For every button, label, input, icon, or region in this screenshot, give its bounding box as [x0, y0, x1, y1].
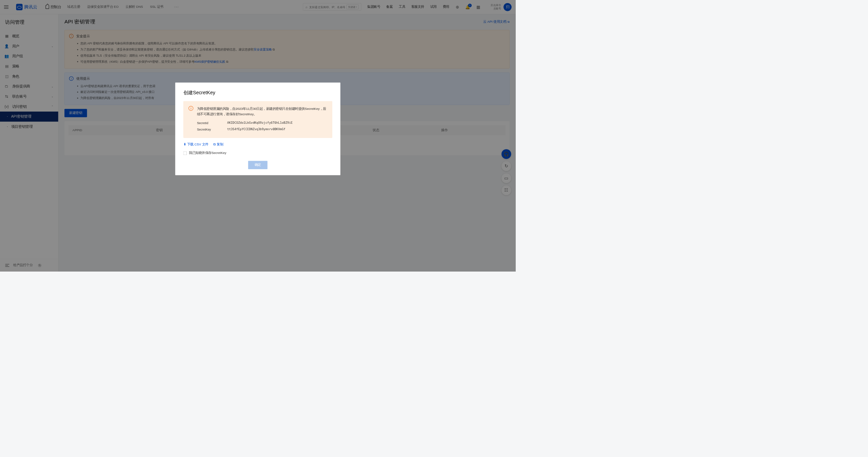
secret-id-label: SecretId — [197, 120, 227, 125]
copy-label: 复制 — [217, 142, 223, 146]
download-icon: ⬇ — [183, 143, 186, 146]
modal-warning-text: 为降低密钥泄漏的风险，自2023年11月30日起，新建的密钥只在创建时提供Sec… — [197, 106, 327, 117]
download-csv-button[interactable]: ⬇下载 CSV 文件 — [183, 142, 209, 146]
modal-footer: 确定 — [183, 161, 333, 169]
secret-key-value: tt3S4fEpYCCEDNZvq3b9ymnrv0BKVmGf — [227, 127, 285, 132]
download-label: 下载 CSV 文件 — [187, 142, 209, 146]
key-table: SecretId AKIDCOZdo1LkGvdKqO9zjcfy6T6hL1o… — [197, 120, 327, 132]
modal-warning: ! 为降低密钥泄漏的风险，自2023年11月30日起，新建的密钥只在创建时提供S… — [183, 101, 333, 138]
copy-icon: ⧉ — [213, 143, 216, 146]
modal-actions: ⬇下载 CSV 文件 ⧉复制 — [183, 142, 333, 146]
acknowledge-checkbox[interactable]: 我已知晓并保存SecretKey — [183, 151, 333, 155]
modal-title: 创建SecretKey — [183, 90, 333, 96]
secret-id-value: AKIDCOZdo1LkGvdKqO9zjcfy6T6hL1oBZ9iE — [227, 120, 293, 125]
warning-icon: ! — [189, 106, 193, 111]
acknowledge-checkbox-input[interactable] — [183, 152, 187, 155]
create-secretkey-modal: 创建SecretKey ! 为降低密钥泄漏的风险，自2023年11月30日起，新… — [175, 83, 340, 175]
copy-button[interactable]: ⧉复制 — [213, 142, 223, 146]
modal-overlay[interactable]: 创建SecretKey ! 为降低密钥泄漏的风险，自2023年11月30日起，新… — [0, 0, 516, 272]
acknowledge-label: 我已知晓并保存SecretKey — [189, 151, 226, 155]
secret-key-label: SecretKey — [197, 127, 227, 132]
confirm-button[interactable]: 确定 — [248, 161, 268, 169]
